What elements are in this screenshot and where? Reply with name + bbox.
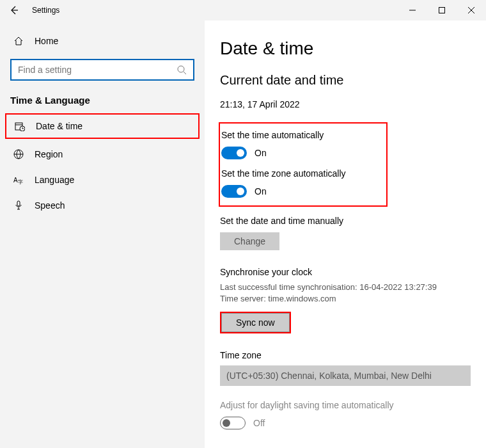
close-icon [468, 7, 474, 13]
sync-server-info: Time server: time.windows.com [220, 294, 471, 303]
home-icon [13, 35, 24, 47]
nav-language[interactable]: A字 Language [0, 167, 205, 193]
nav-home-label: Home [35, 36, 58, 46]
current-datetime-value: 21:13, 17 April 2022 [220, 99, 471, 109]
microphone-icon [13, 200, 24, 211]
sync-button-highlight: Sync now [220, 312, 291, 333]
auto-time-label: Set the time automatically [221, 130, 379, 140]
auto-time-state: On [255, 148, 267, 158]
timezone-select[interactable]: (UTC+05:30) Chennai, Kolkata, Mumbai, Ne… [220, 365, 471, 386]
category-header: Time & Language [0, 90, 205, 113]
timezone-heading: Time zone [220, 350, 471, 360]
current-datetime-heading: Current date and time [220, 73, 471, 88]
svg-point-1 [178, 66, 184, 72]
auto-zone-toggle[interactable] [221, 185, 247, 198]
calendar-clock-icon [14, 120, 26, 132]
auto-zone-label: Set the time zone automatically [221, 168, 379, 179]
daylight-toggle[interactable] [220, 417, 246, 429]
back-button[interactable] [0, 0, 28, 20]
svg-rect-7 [17, 201, 20, 206]
daylight-label: Adjust for daylight saving time automati… [220, 400, 471, 410]
maximize-button[interactable] [427, 0, 457, 20]
nav-region[interactable]: Region [0, 141, 205, 167]
nav-region-label: Region [35, 149, 63, 159]
auto-zone-group: Set the time zone automatically On [221, 168, 379, 198]
search-icon [176, 65, 187, 75]
nav-speech-label: Speech [35, 200, 65, 211]
search-input[interactable] [18, 65, 176, 75]
auto-zone-state: On [255, 186, 267, 196]
auto-time-group: Set the time automatically On [221, 130, 379, 159]
timezone-section: Time zone (UTC+05:30) Chennai, Kolkata, … [220, 350, 471, 386]
nav-date-time-label: Date & time [36, 121, 82, 131]
svg-text:字: 字 [18, 179, 23, 185]
maximize-icon [439, 7, 445, 13]
minimize-button[interactable] [398, 0, 427, 20]
sync-last-info: Last successful time synchronisation: 16… [220, 282, 471, 292]
daylight-state: Off [253, 418, 265, 428]
sync-now-button[interactable]: Sync now [221, 313, 290, 332]
auto-time-highlight-box: Set the time automatically On Set the ti… [219, 122, 388, 207]
svg-rect-0 [439, 8, 445, 13]
globe-icon [13, 148, 24, 160]
svg-text:A: A [13, 177, 18, 184]
content-area: Date & time Current date and time 21:13,… [205, 20, 486, 448]
sync-section: Synchronise your clock Last successful t… [220, 267, 471, 333]
arrow-left-icon [9, 5, 19, 15]
sync-heading: Synchronise your clock [220, 267, 471, 277]
change-button[interactable]: Change [220, 232, 279, 250]
language-icon: A字 [13, 174, 24, 186]
page-heading: Date & time [220, 38, 471, 59]
auto-time-toggle[interactable] [221, 147, 247, 159]
close-button[interactable] [457, 0, 486, 20]
manual-time-group: Set the date and time manually Change [220, 216, 471, 250]
daylight-section: Adjust for daylight saving time automati… [220, 400, 471, 429]
manual-time-label: Set the date and time manually [220, 216, 471, 226]
nav-date-time[interactable]: Date & time [5, 113, 200, 139]
search-box[interactable] [10, 59, 194, 81]
minimize-icon [409, 7, 416, 13]
nav-language-label: Language [35, 175, 74, 185]
titlebar: Settings [0, 0, 486, 20]
nav-speech[interactable]: Speech [0, 193, 205, 218]
window-controls [398, 0, 486, 20]
sidebar: Home Time & Language Date & time Region … [0, 20, 205, 448]
window-title: Settings [32, 6, 59, 15]
nav-home[interactable]: Home [0, 28, 205, 54]
